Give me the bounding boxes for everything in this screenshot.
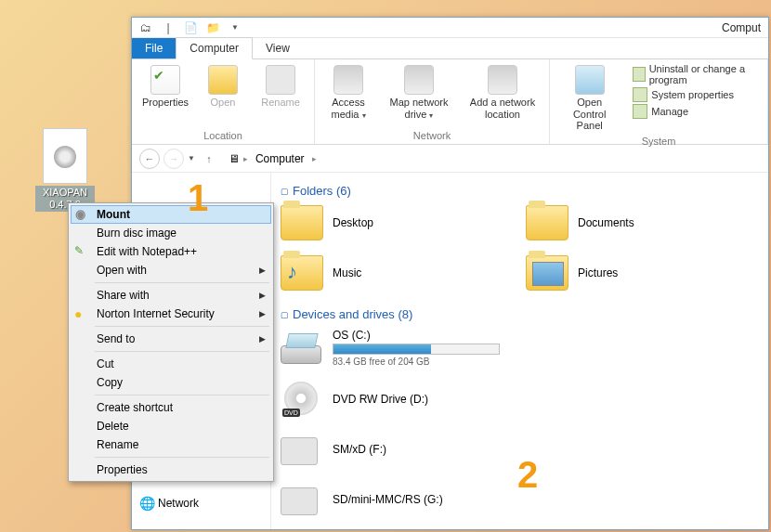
add-network-location-button[interactable]: Add a network location: [464, 63, 542, 122]
iso-file-icon: [43, 128, 87, 184]
ctx-copy[interactable]: Copy: [71, 373, 271, 392]
qat-newfolder-icon[interactable]: 📁: [204, 20, 221, 35]
back-button[interactable]: ←: [139, 149, 160, 169]
ribbon-group-system: Open Control Panel Uninstall or change a…: [550, 59, 768, 144]
folders-grid: DesktopDocumentsMusicPictures: [281, 205, 759, 291]
ctx-separator: [95, 282, 269, 283]
folder-item[interactable]: Desktop: [281, 205, 503, 240]
folder-item[interactable]: Documents: [526, 205, 749, 240]
properties-icon: [150, 65, 180, 95]
control-panel-icon: [575, 65, 605, 95]
ctx-norton[interactable]: Norton Internet Security▶: [71, 305, 271, 323]
drive-item[interactable]: OS (C:)83.4 GB free of 204 GB: [281, 329, 541, 367]
uninstall-icon: [633, 67, 645, 82]
group-label-network: Network: [322, 128, 542, 144]
folder-item[interactable]: Music: [281, 255, 503, 291]
ctx-create-shortcut[interactable]: Create shortcut: [71, 398, 271, 417]
dvd-icon: DVD: [281, 382, 323, 417]
ribbon-tabs: File Computer View: [132, 38, 768, 59]
sysprops-icon: [633, 87, 647, 102]
content-pane: ▢Folders (6) DesktopDocumentsMusicPictur…: [271, 173, 768, 529]
folder-icon: [526, 205, 568, 240]
notepad-icon: [74, 244, 89, 259]
app-icon: 🗂: [137, 20, 154, 35]
drive-item[interactable]: DVDDVD RW Drive (D:): [281, 382, 541, 417]
collapse-icon: ▢: [281, 187, 289, 196]
tree-item-network[interactable]: Network: [136, 494, 267, 513]
access-media-button[interactable]: Access media ▾: [322, 63, 374, 122]
drives-section-header[interactable]: ▢Devices and drives (8): [281, 307, 759, 321]
history-dropdown-icon[interactable]: ▼: [188, 154, 195, 162]
folder-label: Documents: [578, 216, 634, 229]
ribbon-group-network: Access media ▾ Map network drive ▾ Add a…: [315, 59, 550, 144]
submenu-arrow-icon: ▶: [259, 291, 266, 300]
rename-button[interactable]: Rename: [255, 63, 307, 110]
drive-unknown-icon: [281, 432, 323, 467]
ribbon: Properties Open Rename Location Access m…: [132, 59, 768, 145]
drive-item[interactable]: SM/xD (F:): [281, 432, 541, 467]
system-properties-link[interactable]: System properties: [633, 87, 760, 102]
breadcrumb: 🖥 ▸ Computer ▸: [229, 150, 317, 167]
open-control-panel-button[interactable]: Open Control Panel: [557, 63, 621, 134]
ctx-open-with[interactable]: Open with▶: [71, 261, 271, 279]
disc-icon: [75, 207, 90, 222]
properties-button[interactable]: Properties: [139, 63, 191, 110]
quick-access-toolbar: 🗂 | 📄 📁 ▼ Comput: [132, 18, 768, 38]
norton-icon: [74, 306, 89, 321]
capacity-bar: [333, 344, 500, 355]
ctx-delete[interactable]: Delete: [71, 417, 271, 435]
window-title: Comput: [722, 21, 761, 34]
ctx-share-with[interactable]: Share with▶: [71, 286, 271, 305]
submenu-arrow-icon: ▶: [259, 334, 266, 344]
ctx-separator: [95, 351, 269, 352]
tab-computer[interactable]: Computer: [176, 37, 253, 59]
drive-free-text: 83.4 GB free of 204 GB: [333, 357, 541, 367]
group-label-location: Location: [139, 128, 307, 144]
collapse-icon: ▢: [281, 310, 289, 319]
open-button[interactable]: Open: [197, 63, 249, 110]
ctx-mount[interactable]: Mount: [71, 205, 271, 224]
folder-item[interactable]: Pictures: [526, 255, 749, 291]
ctx-cut[interactable]: Cut: [71, 355, 271, 373]
ctx-properties[interactable]: Properties: [71, 461, 271, 479]
context-menu: Mount Burn disc image Edit with Notepad+…: [68, 202, 274, 482]
ctx-send-to[interactable]: Send to▶: [71, 330, 271, 348]
uninstall-link[interactable]: Uninstall or change a program: [633, 63, 760, 85]
desktop-file-icon[interactable]: XIAOPAN 0.4.7.2: [35, 128, 95, 212]
ctx-edit-notepad[interactable]: Edit with Notepad++: [71, 242, 271, 261]
ctx-separator: [95, 395, 269, 396]
hdd-icon: [281, 331, 323, 366]
computer-path-icon: 🖥: [229, 152, 240, 165]
qat-separator: |: [160, 20, 176, 35]
map-drive-icon: [404, 65, 434, 95]
drive-unknown-icon: [281, 482, 323, 517]
drive-label: DVD RW Drive (D:): [333, 393, 541, 406]
address-bar: ← → ▼ ↑ 🖥 ▸ Computer ▸: [132, 145, 768, 173]
tab-file[interactable]: File: [132, 38, 176, 58]
submenu-arrow-icon: ▶: [259, 266, 266, 275]
qat-properties-icon[interactable]: 📄: [182, 20, 199, 35]
add-location-icon: [488, 65, 517, 95]
ctx-separator: [95, 457, 269, 458]
folders-section-header[interactable]: ▢Folders (6): [281, 184, 759, 198]
drive-item[interactable]: SD/mini-MMC/RS (G:): [281, 482, 541, 517]
ctx-separator: [95, 326, 269, 327]
qat-dropdown-icon[interactable]: ▼: [227, 20, 243, 35]
drive-label: OS (C:): [333, 329, 541, 342]
ctx-burn[interactable]: Burn disc image: [71, 224, 271, 242]
rename-icon: [266, 65, 295, 95]
tab-view[interactable]: View: [253, 38, 303, 58]
crumb-computer[interactable]: Computer: [252, 150, 308, 167]
forward-button[interactable]: →: [163, 149, 184, 169]
folder-icon: [526, 255, 568, 291]
chevron-right-icon[interactable]: ▸: [312, 154, 317, 163]
manage-icon: [633, 104, 647, 119]
folder-icon: [281, 205, 323, 240]
chevron-right-icon[interactable]: ▸: [243, 154, 248, 163]
ctx-rename[interactable]: Rename: [71, 435, 271, 454]
up-button[interactable]: ↑: [199, 149, 219, 169]
manage-link[interactable]: Manage: [633, 104, 760, 119]
map-network-drive-button[interactable]: Map network drive ▾: [380, 63, 458, 122]
folder-label: Pictures: [578, 266, 618, 279]
access-media-icon: [333, 65, 363, 95]
